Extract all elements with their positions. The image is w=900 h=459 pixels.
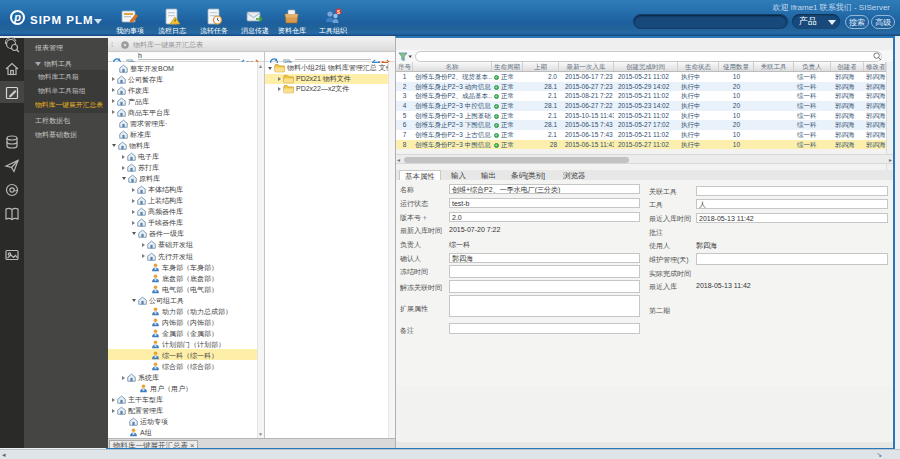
svg-text:S: S xyxy=(337,10,340,15)
